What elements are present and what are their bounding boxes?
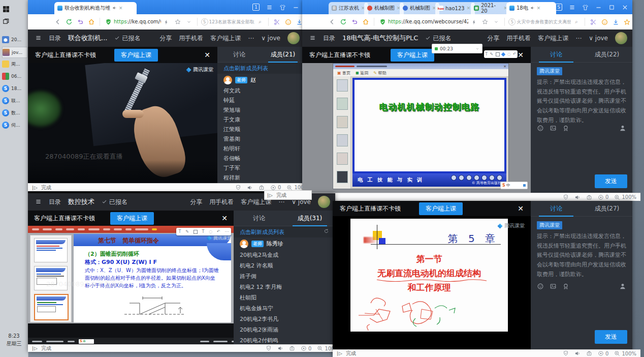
back-icon[interactable] bbox=[328, 17, 337, 26]
slide-thumbnail-1[interactable] bbox=[34, 238, 68, 262]
client-class-banner-button[interactable]: 客户端上课 bbox=[114, 49, 158, 62]
tool-wiring-icon[interactable] bbox=[337, 134, 348, 146]
avatar[interactable] bbox=[287, 32, 300, 44]
taskbar-item-6[interactable]: S数... bbox=[2, 108, 26, 118]
maximize-icon[interactable] bbox=[608, 4, 615, 11]
status-speaker-icon[interactable] bbox=[574, 350, 581, 356]
banner-close-icon[interactable]: ✕ bbox=[518, 204, 524, 213]
chevron-down-icon[interactable] bbox=[492, 17, 501, 26]
screen-share-area[interactable]: ✕ ▣ 首页 ◼ 返回 ✎ 帮助 电动机机械制动控制电路 电 工 技 能 与 实… bbox=[302, 63, 531, 193]
avatar[interactable] bbox=[615, 32, 627, 44]
status-record-count[interactable]: 0 bbox=[301, 345, 311, 351]
client-class-banner-button[interactable]: 客户端上课 bbox=[110, 212, 154, 225]
minimize-icon[interactable] bbox=[292, 4, 299, 11]
site-safety-icon[interactable] bbox=[104, 17, 113, 26]
mini-window-icon[interactable]: S bbox=[555, 4, 562, 11]
more-button[interactable]: ⋯ bbox=[575, 35, 582, 42]
app-menu-help[interactable]: ✎ 帮助 bbox=[373, 70, 386, 76]
text-tool-icon[interactable]: T bbox=[178, 229, 181, 234]
emoji-icon[interactable] bbox=[537, 124, 544, 134]
status-toolbox-icon[interactable] bbox=[586, 350, 592, 356]
tab-members[interactable]: 成员(22) bbox=[582, 47, 632, 62]
gift-icon[interactable] bbox=[562, 282, 569, 292]
pen-tool-icon[interactable]: ✎ bbox=[490, 52, 494, 56]
member-manage-icon[interactable] bbox=[619, 124, 626, 134]
app-player-controls[interactable] bbox=[451, 175, 502, 181]
status-record-count[interactable]: 0 bbox=[598, 194, 608, 200]
watch-on-phone-button[interactable]: 用手机看 bbox=[209, 198, 234, 206]
browser-tab-0[interactable]: 目江苏农机✕ bbox=[329, 2, 368, 14]
user-dropdown[interactable]: ∨ jove bbox=[261, 35, 280, 42]
catalog-label[interactable]: 目录 bbox=[49, 198, 61, 206]
color-tool-icon[interactable] bbox=[501, 52, 505, 56]
annotation-toolbar[interactable]: T ✎ T ◌ ↶ ⋯ bbox=[176, 228, 231, 235]
address-bar[interactable]: https://ke.qq.com/webcourse/425553 眼 bbox=[388, 18, 468, 25]
start-button[interactable] bbox=[2, 4, 26, 14]
screen-share-area[interactable]: 第七节 简单循环指令 （2）圆锥面切削循环 格式：G90 X(U) Z(W) I… bbox=[28, 226, 234, 345]
smiley-icon[interactable] bbox=[600, 17, 609, 26]
status-speaker-icon[interactable] bbox=[574, 194, 581, 200]
sogou-ime-bar[interactable]: S⊕ bbox=[79, 339, 94, 344]
search-box[interactable]: 火灾中舍身救妻的丈夫离世 bbox=[517, 19, 571, 25]
banner-close-icon[interactable]: ✕ bbox=[221, 214, 228, 222]
live-video-area[interactable]: 第 5 章 第一节 无刷直流电动机的组成结构 和工作原理 腾讯课堂 bbox=[333, 216, 531, 350]
site-safety-icon[interactable] bbox=[378, 17, 387, 26]
slide-thumbnail-3-selected[interactable] bbox=[34, 294, 69, 320]
eraser-tool-icon[interactable]: ◌ bbox=[507, 52, 511, 56]
smiley-icon[interactable] bbox=[283, 17, 293, 26]
tab-discussion[interactable]: 讨论 bbox=[531, 201, 582, 216]
avatar[interactable] bbox=[318, 196, 330, 208]
taskbar-item-2[interactable]: 周... bbox=[2, 59, 26, 69]
client-class-button[interactable]: 客户端上课 bbox=[210, 34, 241, 43]
bookmark-star-icon[interactable] bbox=[173, 17, 182, 26]
shape-tool-icon[interactable] bbox=[496, 52, 500, 56]
status-shield-icon[interactable] bbox=[266, 345, 272, 351]
catalog-menu-icon[interactable] bbox=[309, 35, 316, 42]
eraser-tool-icon[interactable]: ◌ bbox=[209, 229, 212, 234]
banner-close-icon[interactable]: ✕ bbox=[204, 51, 210, 59]
tool-probe-icon[interactable] bbox=[337, 171, 348, 183]
gift-icon[interactable] bbox=[562, 124, 569, 134]
watch-on-phone-button[interactable]: 用手机看 bbox=[506, 34, 531, 43]
browser-tab-3[interactable]: haohao123✕ bbox=[435, 2, 475, 14]
skin-icon[interactable] bbox=[279, 4, 286, 11]
live-video-area[interactable]: 腾讯课堂 287040089正在观看直播 bbox=[28, 63, 217, 184]
chevron-down-icon[interactable] bbox=[184, 17, 194, 26]
catalog-menu-icon[interactable] bbox=[35, 35, 42, 42]
close-icon[interactable] bbox=[621, 4, 628, 11]
undo-icon[interactable] bbox=[76, 17, 85, 26]
lightning-icon[interactable] bbox=[469, 17, 478, 26]
catalog-label[interactable]: 目录 bbox=[49, 34, 61, 43]
browser-tab-4[interactable]: ▦2021-20✕ bbox=[471, 2, 510, 14]
download-icon[interactable] bbox=[611, 17, 620, 26]
member-manage-icon[interactable] bbox=[619, 282, 626, 292]
send-button[interactable]: 发送 bbox=[595, 330, 627, 344]
status-toolbox-icon[interactable] bbox=[289, 345, 295, 351]
catalog-label[interactable]: 目录 bbox=[323, 34, 335, 43]
annotation-toolbar[interactable]: T ✎ ◌ ↶ bbox=[484, 50, 518, 58]
sogou-ime-bar[interactable]: S中 bbox=[500, 182, 528, 189]
tab-close-icon[interactable]: ✕ bbox=[467, 6, 471, 11]
scissors-icon[interactable] bbox=[589, 17, 598, 26]
status-record-count[interactable]: 0 bbox=[598, 350, 608, 356]
tab-audio-icon[interactable] bbox=[530, 6, 535, 11]
tab-discussion[interactable]: 讨论 bbox=[531, 47, 582, 62]
status-speaker-icon[interactable] bbox=[277, 345, 283, 351]
home-icon[interactable] bbox=[87, 17, 96, 26]
pen-tool-icon[interactable]: ✎ bbox=[185, 229, 189, 234]
tab-discussion[interactable]: 讨论 bbox=[234, 211, 284, 226]
shape-tool-icon[interactable] bbox=[194, 230, 198, 234]
client-class-button[interactable]: 客户端上课 bbox=[538, 34, 568, 43]
text-tool-icon[interactable]: T bbox=[485, 52, 488, 56]
minimize-icon[interactable] bbox=[595, 4, 602, 11]
status-speaker-icon[interactable] bbox=[247, 185, 253, 191]
tab-members[interactable]: 成员(21) bbox=[261, 47, 305, 62]
address-bar[interactable]: https://ke.qq.com/we 眼 bbox=[114, 18, 161, 25]
tool-source-icon[interactable] bbox=[337, 116, 348, 128]
refresh-icon[interactable] bbox=[324, 228, 329, 235]
browser-tab-1[interactable]: 机械制图✕ bbox=[364, 2, 404, 14]
refresh-members-row[interactable]: 点击刷新成员列表 bbox=[234, 226, 335, 237]
browser-tab-2[interactable]: 机械制图✕ bbox=[400, 2, 439, 14]
status-toolbox-icon[interactable] bbox=[259, 185, 265, 191]
tool-circuit-icon[interactable] bbox=[337, 98, 348, 110]
